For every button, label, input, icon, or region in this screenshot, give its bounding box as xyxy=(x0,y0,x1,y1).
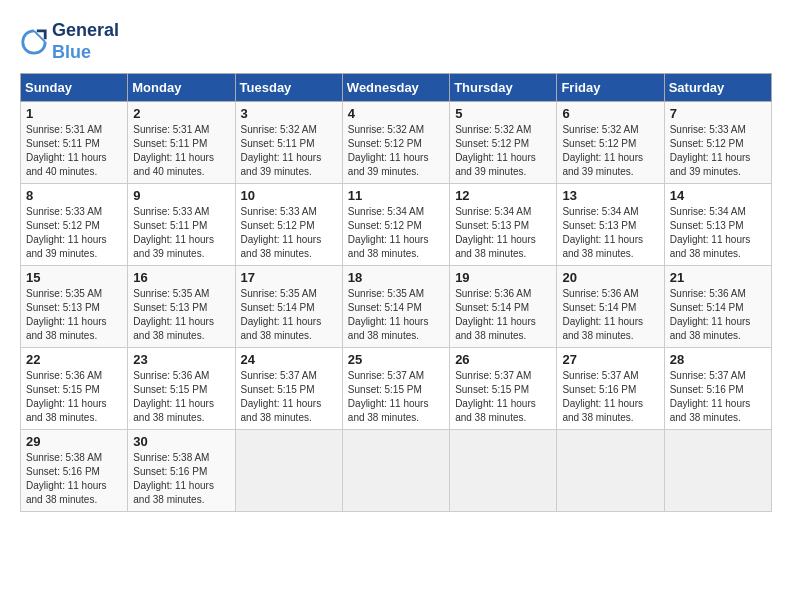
day-number: 2 xyxy=(133,106,229,121)
day-info: Sunrise: 5:33 AMSunset: 5:12 PMDaylight:… xyxy=(670,123,766,179)
calendar-empty-cell xyxy=(342,430,449,512)
calendar-empty-cell xyxy=(664,430,771,512)
day-number: 17 xyxy=(241,270,337,285)
calendar-day-20: 20Sunrise: 5:36 AMSunset: 5:14 PMDayligh… xyxy=(557,266,664,348)
day-number: 24 xyxy=(241,352,337,367)
day-number: 4 xyxy=(348,106,444,121)
calendar-day-26: 26Sunrise: 5:37 AMSunset: 5:15 PMDayligh… xyxy=(450,348,557,430)
calendar-day-4: 4Sunrise: 5:32 AMSunset: 5:12 PMDaylight… xyxy=(342,102,449,184)
day-number: 6 xyxy=(562,106,658,121)
day-number: 7 xyxy=(670,106,766,121)
header-wednesday: Wednesday xyxy=(342,74,449,102)
day-info: Sunrise: 5:35 AMSunset: 5:13 PMDaylight:… xyxy=(133,287,229,343)
day-number: 3 xyxy=(241,106,337,121)
day-number: 30 xyxy=(133,434,229,449)
calendar-week-2: 15Sunrise: 5:35 AMSunset: 5:13 PMDayligh… xyxy=(21,266,772,348)
day-info: Sunrise: 5:35 AMSunset: 5:14 PMDaylight:… xyxy=(241,287,337,343)
calendar-week-4: 29Sunrise: 5:38 AMSunset: 5:16 PMDayligh… xyxy=(21,430,772,512)
calendar-empty-cell xyxy=(235,430,342,512)
day-info: Sunrise: 5:37 AMSunset: 5:15 PMDaylight:… xyxy=(455,369,551,425)
day-info: Sunrise: 5:38 AMSunset: 5:16 PMDaylight:… xyxy=(133,451,229,507)
day-info: Sunrise: 5:35 AMSunset: 5:14 PMDaylight:… xyxy=(348,287,444,343)
day-number: 29 xyxy=(26,434,122,449)
page-header: General Blue xyxy=(20,20,772,63)
day-info: Sunrise: 5:31 AMSunset: 5:11 PMDaylight:… xyxy=(133,123,229,179)
day-info: Sunrise: 5:32 AMSunset: 5:12 PMDaylight:… xyxy=(562,123,658,179)
calendar-day-19: 19Sunrise: 5:36 AMSunset: 5:14 PMDayligh… xyxy=(450,266,557,348)
calendar-day-22: 22Sunrise: 5:36 AMSunset: 5:15 PMDayligh… xyxy=(21,348,128,430)
day-info: Sunrise: 5:35 AMSunset: 5:13 PMDaylight:… xyxy=(26,287,122,343)
logo: General Blue xyxy=(20,20,119,63)
day-info: Sunrise: 5:34 AMSunset: 5:13 PMDaylight:… xyxy=(455,205,551,261)
day-info: Sunrise: 5:33 AMSunset: 5:12 PMDaylight:… xyxy=(26,205,122,261)
day-number: 10 xyxy=(241,188,337,203)
logo-icon xyxy=(20,28,48,56)
calendar-day-3: 3Sunrise: 5:32 AMSunset: 5:11 PMDaylight… xyxy=(235,102,342,184)
calendar-day-23: 23Sunrise: 5:36 AMSunset: 5:15 PMDayligh… xyxy=(128,348,235,430)
calendar-week-0: 1Sunrise: 5:31 AMSunset: 5:11 PMDaylight… xyxy=(21,102,772,184)
day-info: Sunrise: 5:34 AMSunset: 5:13 PMDaylight:… xyxy=(562,205,658,261)
day-info: Sunrise: 5:36 AMSunset: 5:14 PMDaylight:… xyxy=(455,287,551,343)
day-number: 21 xyxy=(670,270,766,285)
calendar-day-8: 8Sunrise: 5:33 AMSunset: 5:12 PMDaylight… xyxy=(21,184,128,266)
logo-text: General Blue xyxy=(52,20,119,63)
day-info: Sunrise: 5:36 AMSunset: 5:14 PMDaylight:… xyxy=(670,287,766,343)
day-number: 11 xyxy=(348,188,444,203)
calendar-day-2: 2Sunrise: 5:31 AMSunset: 5:11 PMDaylight… xyxy=(128,102,235,184)
day-number: 1 xyxy=(26,106,122,121)
header-thursday: Thursday xyxy=(450,74,557,102)
calendar-day-16: 16Sunrise: 5:35 AMSunset: 5:13 PMDayligh… xyxy=(128,266,235,348)
calendar-day-28: 28Sunrise: 5:37 AMSunset: 5:16 PMDayligh… xyxy=(664,348,771,430)
calendar-day-10: 10Sunrise: 5:33 AMSunset: 5:12 PMDayligh… xyxy=(235,184,342,266)
calendar-day-24: 24Sunrise: 5:37 AMSunset: 5:15 PMDayligh… xyxy=(235,348,342,430)
day-number: 23 xyxy=(133,352,229,367)
day-info: Sunrise: 5:33 AMSunset: 5:12 PMDaylight:… xyxy=(241,205,337,261)
day-info: Sunrise: 5:37 AMSunset: 5:15 PMDaylight:… xyxy=(348,369,444,425)
calendar-day-15: 15Sunrise: 5:35 AMSunset: 5:13 PMDayligh… xyxy=(21,266,128,348)
day-info: Sunrise: 5:31 AMSunset: 5:11 PMDaylight:… xyxy=(26,123,122,179)
header-monday: Monday xyxy=(128,74,235,102)
calendar-table: SundayMondayTuesdayWednesdayThursdayFrid… xyxy=(20,73,772,512)
header-saturday: Saturday xyxy=(664,74,771,102)
calendar-day-6: 6Sunrise: 5:32 AMSunset: 5:12 PMDaylight… xyxy=(557,102,664,184)
day-number: 13 xyxy=(562,188,658,203)
calendar-day-25: 25Sunrise: 5:37 AMSunset: 5:15 PMDayligh… xyxy=(342,348,449,430)
day-number: 16 xyxy=(133,270,229,285)
day-number: 18 xyxy=(348,270,444,285)
calendar-day-21: 21Sunrise: 5:36 AMSunset: 5:14 PMDayligh… xyxy=(664,266,771,348)
day-number: 14 xyxy=(670,188,766,203)
calendar-day-1: 1Sunrise: 5:31 AMSunset: 5:11 PMDaylight… xyxy=(21,102,128,184)
calendar-day-13: 13Sunrise: 5:34 AMSunset: 5:13 PMDayligh… xyxy=(557,184,664,266)
calendar-day-14: 14Sunrise: 5:34 AMSunset: 5:13 PMDayligh… xyxy=(664,184,771,266)
calendar-header-row: SundayMondayTuesdayWednesdayThursdayFrid… xyxy=(21,74,772,102)
calendar-day-7: 7Sunrise: 5:33 AMSunset: 5:12 PMDaylight… xyxy=(664,102,771,184)
day-info: Sunrise: 5:32 AMSunset: 5:11 PMDaylight:… xyxy=(241,123,337,179)
header-friday: Friday xyxy=(557,74,664,102)
day-info: Sunrise: 5:34 AMSunset: 5:12 PMDaylight:… xyxy=(348,205,444,261)
calendar-day-30: 30Sunrise: 5:38 AMSunset: 5:16 PMDayligh… xyxy=(128,430,235,512)
header-tuesday: Tuesday xyxy=(235,74,342,102)
day-number: 27 xyxy=(562,352,658,367)
calendar-day-18: 18Sunrise: 5:35 AMSunset: 5:14 PMDayligh… xyxy=(342,266,449,348)
calendar-day-5: 5Sunrise: 5:32 AMSunset: 5:12 PMDaylight… xyxy=(450,102,557,184)
calendar-day-29: 29Sunrise: 5:38 AMSunset: 5:16 PMDayligh… xyxy=(21,430,128,512)
calendar-day-11: 11Sunrise: 5:34 AMSunset: 5:12 PMDayligh… xyxy=(342,184,449,266)
day-number: 20 xyxy=(562,270,658,285)
day-info: Sunrise: 5:32 AMSunset: 5:12 PMDaylight:… xyxy=(455,123,551,179)
header-sunday: Sunday xyxy=(21,74,128,102)
day-number: 12 xyxy=(455,188,551,203)
day-info: Sunrise: 5:36 AMSunset: 5:14 PMDaylight:… xyxy=(562,287,658,343)
day-info: Sunrise: 5:37 AMSunset: 5:16 PMDaylight:… xyxy=(670,369,766,425)
day-info: Sunrise: 5:32 AMSunset: 5:12 PMDaylight:… xyxy=(348,123,444,179)
calendar-day-27: 27Sunrise: 5:37 AMSunset: 5:16 PMDayligh… xyxy=(557,348,664,430)
day-number: 5 xyxy=(455,106,551,121)
calendar-empty-cell xyxy=(450,430,557,512)
day-number: 9 xyxy=(133,188,229,203)
calendar-day-17: 17Sunrise: 5:35 AMSunset: 5:14 PMDayligh… xyxy=(235,266,342,348)
day-info: Sunrise: 5:34 AMSunset: 5:13 PMDaylight:… xyxy=(670,205,766,261)
calendar-week-3: 22Sunrise: 5:36 AMSunset: 5:15 PMDayligh… xyxy=(21,348,772,430)
day-info: Sunrise: 5:36 AMSunset: 5:15 PMDaylight:… xyxy=(133,369,229,425)
day-number: 28 xyxy=(670,352,766,367)
calendar-day-12: 12Sunrise: 5:34 AMSunset: 5:13 PMDayligh… xyxy=(450,184,557,266)
day-info: Sunrise: 5:38 AMSunset: 5:16 PMDaylight:… xyxy=(26,451,122,507)
